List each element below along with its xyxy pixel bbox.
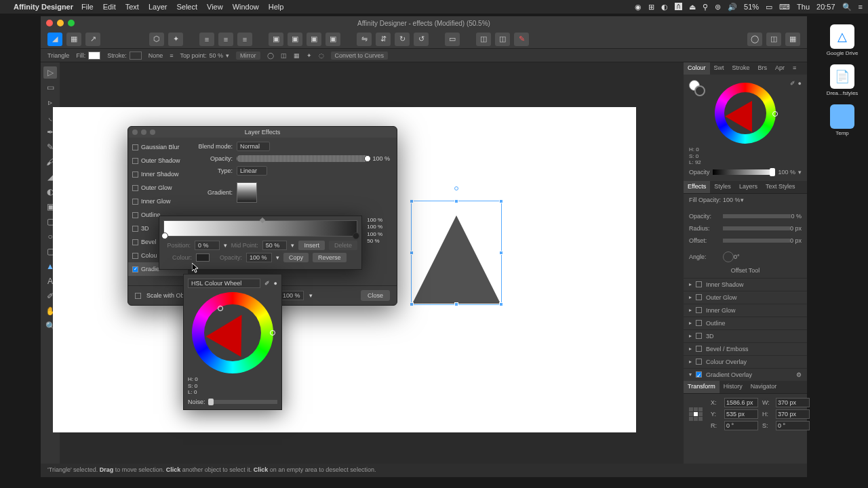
fill-swatch[interactable] [88, 52, 100, 60]
artboard-tool[interactable]: ▭ [43, 81, 57, 94]
maximize-icon[interactable] [68, 20, 75, 26]
noise-slider[interactable] [208, 400, 277, 404]
persona-export[interactable]: ↗ [85, 33, 100, 46]
menu-select[interactable]: Select [176, 3, 197, 11]
gradient-stop[interactable] [161, 232, 168, 239]
stroke-style-icon[interactable]: ≡ [170, 52, 173, 59]
bluetooth-icon[interactable]: ⚲ [703, 3, 708, 12]
position-field[interactable]: 0 % [195, 241, 220, 250]
eyedropper-icon[interactable]: ✐ [264, 280, 270, 287]
dialog-titlebar[interactable]: Layer Effects [128, 127, 397, 138]
angle-value[interactable]: 0° [734, 253, 740, 260]
chevron-down-icon[interactable]: ▾ [224, 242, 227, 249]
menu-window[interactable]: Window [233, 3, 259, 11]
type-select[interactable]: Linear [237, 166, 267, 176]
resize-handle[interactable] [499, 199, 503, 203]
status-icon[interactable]: 🅰 [675, 3, 682, 11]
tab-stroke[interactable]: Stroke [728, 62, 754, 75]
menu-help[interactable]: Help [269, 3, 284, 11]
opacity-slider[interactable] [237, 155, 368, 162]
effect-outer-glow[interactable]: ▸Outer Glow [684, 291, 807, 304]
app-name[interactable]: Affinity Designer [14, 3, 73, 11]
rotate-handle[interactable] [454, 186, 458, 190]
transform-y[interactable] [724, 409, 758, 419]
folder-icon[interactable]: Temp [830, 104, 854, 136]
chevron-down-icon[interactable]: ▾ [291, 242, 294, 249]
effect-outline[interactable]: ▸Outline [684, 317, 807, 329]
order-icon[interactable]: ▣ [326, 33, 340, 46]
rotate-icon[interactable]: ↻ [395, 33, 410, 46]
order-icon[interactable]: ▣ [307, 33, 321, 46]
volume-icon[interactable]: 🔊 [728, 3, 737, 12]
colour-chip-icon[interactable]: ● [274, 280, 277, 287]
angle-dial[interactable] [723, 251, 734, 262]
midpoint-field[interactable]: 50 % [262, 241, 288, 250]
chevron-down-icon[interactable]: ▾ [741, 197, 744, 203]
gradient-stop[interactable] [353, 232, 359, 239]
menu-view[interactable]: View [207, 3, 223, 11]
colour-wheel[interactable] [192, 292, 273, 373]
menu-layer[interactable]: Layer [149, 3, 167, 11]
tab-history[interactable]: History [719, 381, 747, 393]
view-icon[interactable]: ▦ [785, 33, 800, 46]
opacity-slider[interactable] [723, 214, 791, 218]
order-icon[interactable]: ▣ [288, 33, 302, 46]
chevron-down-icon[interactable]: ▾ [276, 254, 279, 261]
tab-swatches[interactable]: Swt [710, 62, 728, 75]
align-icon[interactable]: ≡ [199, 33, 214, 46]
reverse-button[interactable]: Reverse [313, 253, 347, 262]
tab-navigator[interactable]: Navigator [747, 381, 781, 393]
eyedropper-icon[interactable]: ✐ [790, 80, 795, 87]
colour-mode-select[interactable]: HSL Colour Wheel [188, 279, 260, 288]
tb-icon[interactable]: ▦ [294, 52, 300, 59]
align-icon[interactable]: ≡ [237, 33, 252, 46]
hue-handle[interactable] [270, 330, 275, 336]
snap-icon[interactable]: ⬡ [149, 33, 164, 46]
gdrive-icon[interactable]: △Google Drive [827, 24, 859, 56]
move-tool[interactable]: ▷ [43, 66, 57, 79]
chevron-down-icon[interactable]: ▾ [798, 169, 802, 176]
tab-textstyles[interactable]: Text Styles [762, 181, 800, 193]
boolean-icon[interactable]: ✎ [514, 33, 529, 46]
gradient-midpoint[interactable] [260, 218, 265, 223]
view-icon[interactable]: ◫ [766, 33, 781, 46]
tab-brushes[interactable]: Brs [754, 62, 772, 75]
colour-wheel[interactable] [715, 83, 776, 144]
gradient-preview[interactable] [237, 182, 257, 203]
insert-icon[interactable]: ▭ [445, 33, 460, 46]
rotate-icon[interactable]: ↺ [414, 33, 429, 46]
chevron-down-icon[interactable]: ▾ [309, 292, 313, 299]
tb-icon[interactable]: ◌ [319, 52, 324, 59]
convert-curves-button[interactable]: Convert to Curves [331, 52, 389, 60]
transform-x[interactable] [724, 398, 758, 407]
persona-pixel[interactable]: ▦ [66, 33, 81, 46]
fx-outer-glow[interactable]: Outer Glow [128, 181, 188, 195]
align-icon[interactable]: ≡ [218, 33, 233, 46]
opacity-value[interactable]: 100 % [778, 169, 795, 176]
spotlight-icon[interactable]: 🔍 [842, 3, 852, 12]
tab-colour[interactable]: Colour [684, 62, 710, 75]
close-button[interactable]: Close [361, 290, 390, 301]
persona-designer[interactable]: ◢ [47, 33, 62, 46]
colour-chip-icon[interactable]: ● [798, 80, 802, 87]
effect-gradient-overlay[interactable]: ▾✓Gradient Overlay⚙ [684, 368, 807, 381]
effect-3d[interactable]: ▸3D [684, 329, 807, 342]
menu-file[interactable]: File [81, 3, 94, 11]
tab-layers[interactable]: Layers [735, 181, 762, 193]
chevron-down-icon[interactable]: ▾ [226, 52, 229, 59]
transform-s[interactable] [776, 421, 810, 430]
transform-w[interactable] [776, 398, 810, 407]
status-icon[interactable]: ◐ [661, 3, 668, 12]
effect-colour-overlay[interactable]: ▸Colour Overlay [684, 355, 807, 368]
tb-icon[interactable]: ◯ [267, 52, 274, 59]
day[interactable]: Thu [797, 3, 810, 11]
resize-handle[interactable] [454, 199, 458, 203]
battery-pct[interactable]: 51% [744, 3, 759, 11]
input-icon[interactable]: ⌨ [779, 3, 790, 12]
hue-handle[interactable] [772, 111, 778, 117]
tb-icon[interactable]: ✦ [307, 52, 312, 59]
window-controls[interactable] [46, 20, 75, 26]
minimize-icon[interactable] [57, 20, 64, 26]
effect-bevel[interactable]: ▸Bevel / Emboss [684, 342, 807, 355]
fx-inner-shadow[interactable]: Inner Shadow [128, 167, 188, 181]
